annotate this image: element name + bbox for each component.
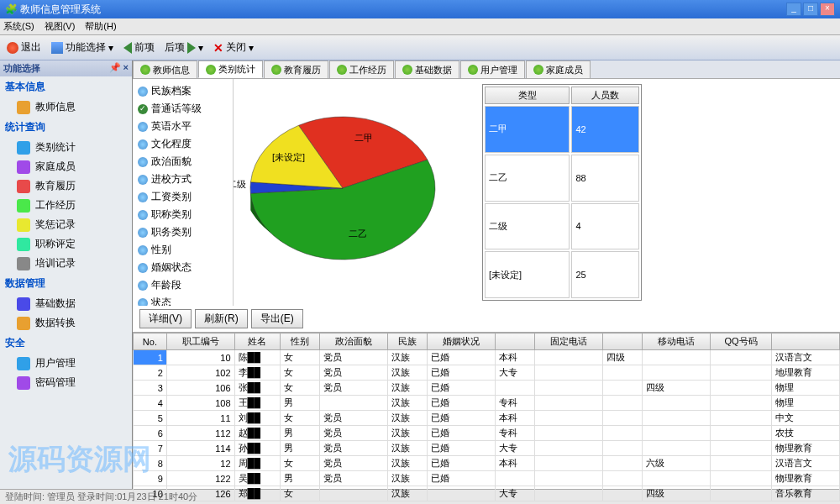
nav-item[interactable]: 密码管理	[0, 373, 132, 392]
table-row[interactable]: 10126郑██女汉族大专四级音乐教育	[134, 486, 840, 501]
app-title: 教师信息管理系统	[20, 3, 101, 15]
close-button[interactable]: ✕关闭▾	[210, 39, 257, 56]
summary-header-count: 人员数	[571, 87, 639, 104]
nav-item[interactable]: 奖惩记录	[0, 215, 132, 234]
back-button[interactable]: 前项	[120, 39, 158, 56]
column-header[interactable]: 固定电话	[535, 333, 603, 350]
menu-help[interactable]: 帮助(H)	[85, 20, 116, 33]
tab[interactable]: 家庭成员	[526, 60, 591, 78]
close-icon: ✕	[213, 41, 223, 55]
category-item[interactable]: 状态	[136, 294, 229, 306]
chevron-down-icon: ▾	[108, 42, 113, 54]
nav-item[interactable]: 家庭成员	[0, 157, 132, 176]
bullet-icon	[138, 228, 148, 238]
forward-button[interactable]: 后项▾	[161, 39, 207, 56]
maximize-button[interactable]: □	[803, 3, 818, 16]
column-header[interactable]: 性别	[280, 333, 319, 350]
summary-row[interactable]: [未设定]25	[485, 251, 639, 298]
nav-item[interactable]: 教师信息	[0, 97, 132, 117]
category-item[interactable]: ✓普通话等级	[136, 100, 229, 118]
close-window-button[interactable]: ×	[820, 3, 835, 16]
column-header[interactable]	[772, 333, 840, 350]
nav-item[interactable]: 培训记录	[0, 254, 132, 273]
category-item[interactable]: 工资类别	[136, 188, 229, 206]
category-item[interactable]: 英语水平	[136, 118, 229, 135]
bullet-icon	[138, 139, 148, 150]
tab-icon	[533, 65, 543, 75]
table-row[interactable]: 3106张██女党员汉族已婚四级物理	[134, 381, 840, 396]
category-item[interactable]: 职务类别	[136, 223, 229, 241]
sidebar-panel-title: 功能选择📌 ×	[0, 60, 132, 76]
tab[interactable]: 基础数据	[395, 60, 459, 78]
column-header[interactable]: 职工编号	[166, 333, 234, 350]
tab-icon	[206, 65, 216, 75]
summary-row[interactable]: 二乙88	[485, 155, 639, 202]
tab[interactable]: 教师信息	[133, 60, 197, 78]
tab-icon	[140, 65, 150, 75]
table-row[interactable]: 511刘██女党员汉族已婚本科中文	[134, 411, 840, 426]
tab[interactable]: 类别统计	[198, 60, 263, 78]
column-header[interactable]: 移动电话	[643, 333, 711, 350]
table-row[interactable]: 812周██女党员汉族已婚本科六级汉语言文	[134, 456, 840, 471]
bullet-icon	[138, 298, 148, 307]
nav-item[interactable]: 教育履历	[0, 176, 132, 196]
table-row[interactable]: 9122吴██男党员汉族已婚物理教育	[134, 471, 840, 486]
column-header[interactable]	[495, 333, 534, 350]
column-header[interactable]	[602, 333, 642, 350]
category-item[interactable]: 进校方式	[136, 171, 229, 188]
pin-icon[interactable]: 📌 ×	[109, 62, 129, 75]
menu-system[interactable]: 系统(S)	[3, 20, 34, 33]
category-item[interactable]: 民族档案	[136, 82, 229, 100]
refresh-button[interactable]: 刷新(R)	[195, 309, 248, 328]
bullet-icon	[138, 263, 148, 273]
column-header[interactable]: 姓名	[234, 333, 280, 350]
detail-button[interactable]: 详细(V)	[139, 309, 192, 328]
nav-item[interactable]: 职称评定	[0, 234, 132, 254]
nav-item[interactable]: 工作经历	[0, 196, 132, 215]
svg-text:二级: 二级	[234, 179, 246, 189]
sidebar: 功能选择📌 × 基本信息教师信息统计查询类别统计家庭成员教育履历工作经历奖惩记录…	[0, 60, 133, 489]
table-row[interactable]: 110陈██女党员汉族已婚本科四级汉语言文	[134, 350, 840, 365]
nav-item[interactable]: 类别统计	[0, 138, 132, 157]
category-item[interactable]: 年龄段	[136, 276, 229, 294]
nav-icon	[17, 101, 30, 114]
tab-strip: 教师信息类别统计教育履历工作经历基础数据用户管理家庭成员	[133, 60, 840, 79]
table-row[interactable]: 2102李██女党员汉族已婚大专地理教育	[134, 365, 840, 381]
function-select-button[interactable]: 功能选择▾	[48, 39, 117, 56]
exit-button[interactable]: 退出	[3, 39, 45, 56]
tab[interactable]: 工作经历	[329, 60, 394, 78]
tab[interactable]: 教育履历	[264, 60, 328, 78]
nav-item[interactable]: 用户管理	[0, 354, 132, 373]
category-item[interactable]: 政治面貌	[136, 153, 229, 171]
summary-row[interactable]: 二级4	[485, 203, 639, 250]
minimize-button[interactable]: _	[786, 3, 801, 16]
window-controls: _ □ ×	[786, 3, 835, 16]
category-item[interactable]: 性别	[136, 241, 229, 259]
category-item[interactable]: 职称类别	[136, 206, 229, 223]
action-button-row: 详细(V) 刷新(R) 导出(E)	[133, 306, 840, 332]
column-header[interactable]: 民族	[387, 333, 427, 350]
column-header[interactable]: QQ号码	[710, 333, 771, 350]
chevron-down-icon: ▾	[249, 42, 254, 54]
nav-icon	[17, 180, 30, 193]
data-grid[interactable]: No.职工编号姓名性别政治面貌民族婚姻状况固定电话移动电话QQ号码 110陈██…	[133, 332, 840, 501]
column-header[interactable]: No.	[134, 333, 167, 350]
nav-icon	[17, 199, 30, 213]
table-row[interactable]: 4108王██男汉族已婚专科物理	[134, 396, 840, 411]
table-row[interactable]: 6112赵██男党员汉族已婚专科农技	[134, 426, 840, 441]
menu-view[interactable]: 视图(V)	[45, 20, 76, 33]
export-button[interactable]: 导出(E)	[251, 309, 303, 328]
nav-item[interactable]: 数据转换	[0, 313, 132, 333]
nav-icon	[17, 257, 30, 270]
tab[interactable]: 用户管理	[460, 60, 525, 78]
exit-icon	[7, 42, 18, 54]
summary-row[interactable]: 二甲42	[485, 106, 639, 153]
category-item[interactable]: 文化程度	[136, 135, 229, 153]
category-item[interactable]: 婚姻状态	[136, 259, 229, 276]
column-header[interactable]: 婚姻状况	[428, 333, 496, 350]
column-header[interactable]: 政治面貌	[320, 333, 388, 350]
app-icon: 🧩 教师信息管理系统	[5, 3, 101, 17]
table-row[interactable]: 7114孙██男党员汉族已婚大专物理教育	[134, 441, 840, 456]
nav-item[interactable]: 基础数据	[0, 294, 132, 313]
bullet-icon: ✓	[138, 104, 148, 114]
